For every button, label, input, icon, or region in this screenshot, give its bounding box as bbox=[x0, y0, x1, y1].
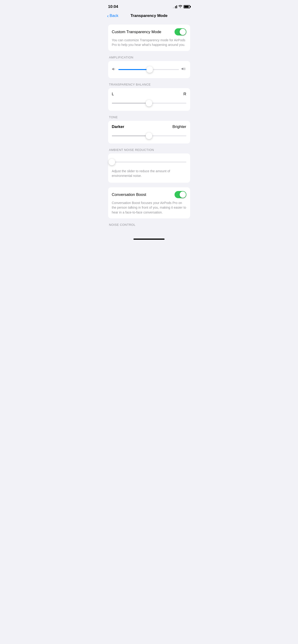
amplification-track bbox=[118, 69, 179, 70]
amplification-section-label: AMPLIFICATION bbox=[108, 56, 190, 59]
ambient-track bbox=[112, 162, 186, 162]
conversation-boost-label: Conversation Boost bbox=[112, 192, 146, 197]
status-bar: 10:04 bbox=[104, 0, 195, 12]
volume-high-icon bbox=[181, 67, 186, 72]
amplification-slider[interactable] bbox=[118, 66, 179, 74]
tone-labels: Darker Brighter bbox=[112, 124, 186, 129]
toggle-thumb bbox=[180, 29, 186, 35]
tone-slider[interactable] bbox=[112, 132, 186, 140]
tone-card: Darker Brighter bbox=[108, 121, 190, 144]
tone-brighter-label: Brighter bbox=[172, 124, 186, 129]
custom-transparency-card: Custom Transparency Mode You can customi… bbox=[108, 24, 190, 51]
balance-track bbox=[112, 103, 186, 104]
tone-section-label: TONE bbox=[108, 116, 190, 119]
main-content: Custom Transparency Mode You can customi… bbox=[104, 21, 195, 232]
amplification-thumb[interactable] bbox=[146, 66, 153, 73]
nav-bar: ‹ Back Transparency Mode bbox=[104, 12, 195, 21]
back-label: Back bbox=[110, 14, 118, 18]
status-icons bbox=[173, 5, 190, 8]
balance-thumb[interactable] bbox=[146, 100, 152, 106]
tone-fill bbox=[112, 136, 149, 136]
ambient-slider[interactable] bbox=[112, 158, 186, 166]
amplification-fill bbox=[118, 69, 150, 70]
conversation-boost-toggle[interactable] bbox=[175, 191, 186, 198]
balance-card: L R bbox=[108, 88, 190, 111]
custom-transparency-toggle[interactable] bbox=[175, 28, 186, 36]
balance-right-label: R bbox=[183, 92, 186, 96]
ambient-description: Adjust the slider to reduce the amount o… bbox=[112, 169, 186, 178]
conversation-boost-description: Conversation Boost focuses your AirPods … bbox=[112, 200, 186, 215]
conversation-boost-thumb bbox=[180, 192, 186, 198]
custom-transparency-description: You can customize Transparency mode for … bbox=[112, 38, 186, 47]
back-chevron-icon: ‹ bbox=[107, 14, 109, 18]
home-indicator bbox=[104, 237, 195, 241]
custom-transparency-label: Custom Transparency Mode bbox=[112, 30, 162, 34]
page-title: Transparency Mode bbox=[130, 14, 168, 18]
balance-labels: L R bbox=[112, 92, 186, 96]
balance-slider[interactable] bbox=[112, 99, 186, 107]
tone-track bbox=[112, 136, 186, 136]
amplification-card bbox=[108, 61, 190, 78]
noise-control-section-label: NOISE CONTROL bbox=[108, 223, 190, 226]
ambient-thumb[interactable] bbox=[109, 159, 115, 165]
signal-icon bbox=[173, 5, 177, 8]
amplification-slider-row bbox=[112, 66, 186, 74]
balance-section-label: TRANSPARENCY BALANCE bbox=[108, 83, 190, 86]
volume-low-icon bbox=[112, 67, 116, 72]
conversation-boost-card: Conversation Boost Conversation Boost fo… bbox=[108, 187, 190, 218]
balance-fill bbox=[112, 103, 149, 104]
back-button[interactable]: ‹ Back bbox=[107, 14, 118, 18]
custom-transparency-toggle-row: Custom Transparency Mode bbox=[112, 28, 186, 36]
wifi-icon bbox=[178, 5, 182, 8]
status-time: 10:04 bbox=[108, 4, 118, 9]
ambient-card: Adjust the slider to reduce the amount o… bbox=[108, 154, 190, 183]
ambient-section-label: AMBIENT NOISE REDUCTION bbox=[108, 148, 190, 152]
conversation-boost-toggle-row: Conversation Boost bbox=[112, 191, 186, 198]
tone-darker-label: Darker bbox=[112, 124, 124, 129]
battery-icon bbox=[184, 5, 190, 8]
home-bar bbox=[133, 238, 165, 240]
balance-left-label: L bbox=[112, 92, 114, 96]
tone-thumb[interactable] bbox=[146, 132, 152, 139]
